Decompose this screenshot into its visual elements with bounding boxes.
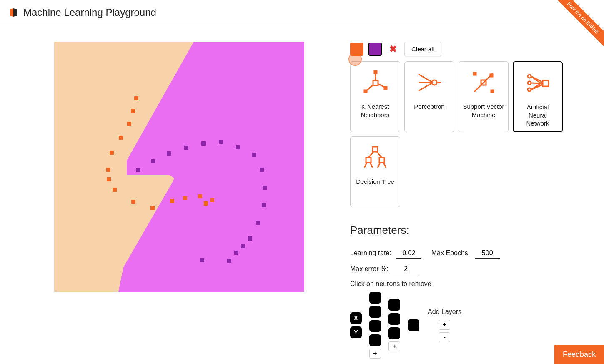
clear-all-button[interactable]: Clear all bbox=[404, 42, 441, 56]
neuron-hint: Click on neurons to remove bbox=[350, 280, 584, 288]
algo-label: Decision Tree bbox=[356, 178, 394, 186]
algo-card-ann[interactable]: Artificial Neural Network bbox=[513, 61, 563, 132]
knn-icon bbox=[363, 70, 388, 95]
svg-line-7 bbox=[419, 74, 433, 83]
max-error-label: Max error %: bbox=[350, 265, 388, 273]
svg-rect-15 bbox=[491, 90, 494, 93]
feedback-button[interactable]: Feedback bbox=[554, 345, 604, 364]
app-title: Machine Learning Playground bbox=[23, 7, 156, 18]
svg-rect-20 bbox=[543, 80, 549, 86]
add-layer-button[interactable]: + bbox=[439, 320, 450, 330]
add-neuron-button[interactable]: + bbox=[369, 349, 381, 359]
learning-rate-label: Learning rate: bbox=[350, 249, 391, 257]
svg-rect-6 bbox=[384, 87, 387, 89]
svg-line-31 bbox=[364, 163, 367, 168]
delete-icon[interactable]: ✖ bbox=[387, 44, 399, 55]
perceptron-icon bbox=[417, 70, 442, 95]
svg-point-18 bbox=[528, 81, 531, 85]
neuron[interactable] bbox=[388, 299, 400, 311]
svg-rect-16 bbox=[490, 74, 493, 77]
decision-boundary-canvas[interactable] bbox=[54, 42, 304, 292]
remove-layer-button[interactable]: - bbox=[439, 332, 450, 342]
neuron[interactable]: Y bbox=[350, 326, 362, 338]
neuron[interactable]: X bbox=[350, 312, 362, 324]
add-layers-label: Add Layers bbox=[428, 308, 461, 316]
svg-rect-2 bbox=[374, 71, 377, 73]
max-error-input[interactable] bbox=[393, 264, 419, 274]
class-swatch-purple[interactable] bbox=[368, 43, 382, 56]
svg-point-17 bbox=[528, 75, 531, 78]
algo-card-knn[interactable]: K Nearest Neighbors bbox=[350, 61, 400, 132]
svg-line-28 bbox=[377, 152, 382, 158]
class-toolbar: ✖ Clear all bbox=[350, 42, 584, 56]
nn-architecture: XY++ Add Layers + - bbox=[350, 292, 584, 359]
neuron[interactable] bbox=[369, 320, 381, 332]
svg-rect-30 bbox=[379, 158, 384, 163]
nn-layer-1: + bbox=[369, 292, 381, 359]
add-neuron-button[interactable]: + bbox=[388, 341, 400, 351]
svg-point-19 bbox=[528, 88, 531, 91]
nn-layer-0: XY bbox=[350, 312, 362, 338]
svg-rect-0 bbox=[373, 80, 378, 85]
dtree-icon bbox=[363, 145, 388, 170]
neuron[interactable] bbox=[369, 292, 381, 304]
algorithm-grid: K Nearest Neighbors Perceptron bbox=[350, 61, 584, 207]
svg-rect-26 bbox=[373, 147, 378, 152]
max-epochs-input[interactable] bbox=[475, 249, 500, 259]
svg-line-9 bbox=[419, 83, 433, 91]
ripple-indicator bbox=[348, 53, 362, 66]
algo-label: Support Vector Machine bbox=[462, 103, 505, 119]
max-epochs-label: Max Epochs: bbox=[431, 249, 470, 257]
svm-icon bbox=[471, 70, 496, 95]
svg-line-27 bbox=[368, 152, 373, 158]
app-bar: Machine Learning Playground bbox=[0, 0, 604, 25]
svg-rect-14 bbox=[474, 73, 476, 75]
neuron[interactable] bbox=[388, 327, 400, 339]
algo-card-perceptron[interactable]: Perceptron bbox=[404, 61, 454, 132]
algo-label: Perceptron bbox=[414, 103, 444, 111]
parameters-heading: Parameters: bbox=[350, 224, 584, 237]
algo-card-dtree[interactable]: Decision Tree bbox=[350, 136, 400, 207]
neuron[interactable] bbox=[408, 319, 419, 331]
ann-icon bbox=[525, 70, 550, 95]
neuron[interactable] bbox=[369, 306, 381, 318]
svg-line-32 bbox=[370, 163, 373, 168]
svg-rect-4 bbox=[364, 90, 367, 93]
learning-rate-input[interactable] bbox=[396, 249, 421, 259]
svg-line-34 bbox=[383, 163, 386, 168]
algo-label: Artificial Neural Network bbox=[517, 103, 559, 128]
nn-layer-3 bbox=[408, 319, 419, 331]
logo-icon bbox=[8, 8, 18, 18]
algo-card-svm[interactable]: Support Vector Machine bbox=[459, 61, 509, 132]
neuron[interactable] bbox=[388, 313, 400, 325]
neuron[interactable] bbox=[369, 334, 381, 346]
algo-label: K Nearest Neighbors bbox=[354, 103, 396, 119]
svg-line-33 bbox=[378, 163, 380, 168]
nn-layer-2: + bbox=[388, 299, 400, 351]
svg-rect-29 bbox=[366, 158, 371, 163]
